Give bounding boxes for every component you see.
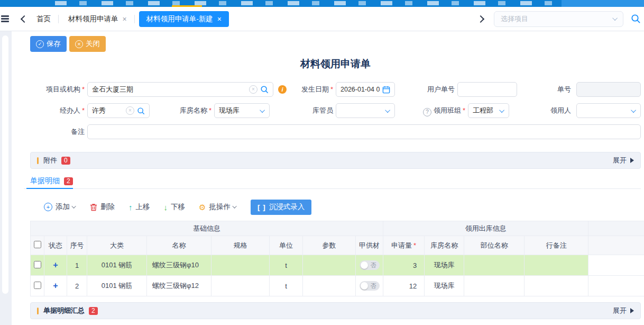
col-param: 参数 — [303, 236, 356, 255]
doc-no-input — [581, 86, 636, 94]
delete-row-button[interactable]: 删除 — [90, 202, 115, 212]
owner-supplied-toggle[interactable]: 否 — [360, 281, 380, 291]
keeper-label: 库管员 — [275, 103, 333, 118]
immersive-entry-button[interactable]: 沉浸式录入 — [251, 200, 311, 215]
recipient-select[interactable] — [576, 103, 641, 118]
calendar-icon[interactable] — [382, 86, 390, 94]
row-add-status-icon[interactable] — [53, 281, 58, 290]
team-select[interactable]: 工程部 — [468, 103, 509, 118]
row-category-cell: 0101 钢筋 — [87, 276, 147, 296]
move-down-button[interactable]: 下移 — [164, 202, 186, 212]
lookup-search-icon[interactable] — [137, 107, 145, 115]
menu-icon[interactable] — [1, 15, 9, 22]
column-header-row: 状态 序号 大类 名称 规格 单位 参数 甲供材 申请量* 库房名称 部位名称 … — [31, 236, 644, 255]
search-icon[interactable] — [631, 14, 641, 24]
project-select-input[interactable] — [500, 14, 614, 23]
handler-input[interactable] — [92, 107, 123, 115]
close-button[interactable]: 关闭 — [69, 36, 106, 52]
owner-supplied-toggle[interactable]: 否 — [360, 260, 380, 270]
scroll-tabs-left-icon[interactable] — [21, 15, 28, 22]
project-field[interactable] — [87, 82, 273, 97]
row-checkbox[interactable] — [34, 282, 41, 289]
handler-field[interactable] — [87, 103, 150, 118]
row-warehouse-cell: 现场库 — [425, 276, 464, 296]
remark-input[interactable] — [92, 128, 636, 136]
keeper-select[interactable] — [336, 103, 395, 118]
chevron-down-icon — [260, 107, 265, 113]
col-name: 名称 — [147, 236, 211, 255]
date-field[interactable] — [336, 82, 395, 97]
row-checkbox-cell — [31, 255, 44, 276]
collapsed-sidebar[interactable] — [0, 31, 12, 325]
row-qty-cell[interactable]: 3 — [383, 255, 425, 276]
move-up-button[interactable]: 上移 — [128, 202, 150, 212]
row-unit-cell: t — [270, 255, 303, 276]
row-param-cell — [303, 276, 356, 296]
top-navigation-bar — [0, 0, 644, 7]
save-button[interactable]: 保存 — [30, 36, 67, 52]
attachments-expand-button[interactable]: 展开 — [613, 156, 634, 165]
clear-icon[interactable] — [249, 85, 257, 94]
tab-home[interactable]: 首页 — [36, 14, 51, 24]
row-param-cell — [303, 255, 356, 276]
close-tab-icon[interactable] — [217, 15, 222, 23]
group-basic-info: 基础信息 — [31, 221, 383, 236]
date-input[interactable] — [341, 86, 380, 93]
attachments-count-badge: 0 — [61, 157, 70, 165]
summary-title: 单据明细汇总 — [43, 306, 85, 315]
row-seq-cell: 2 — [67, 276, 87, 296]
lookup-search-icon[interactable] — [260, 85, 269, 94]
warehouse-select[interactable]: 现场库 — [214, 103, 270, 118]
col-spec: 规格 — [211, 236, 270, 255]
scroll-tabs-right-icon[interactable] — [477, 15, 484, 22]
row-status-cell — [44, 255, 67, 276]
row-spec-cell — [211, 276, 270, 296]
summary-expand-button[interactable]: 展开 — [613, 306, 634, 315]
detail-toolbar: 添加 删除 上移 下移 批操作 沉浸式录入 — [44, 199, 311, 215]
detail-table: 基础信息 领用出库信息 状态 序号 大类 名称 规格 单位 参数 甲供材 申请量… — [30, 221, 644, 296]
row-qty-cell[interactable]: 12 — [383, 276, 425, 296]
row-remark-cell — [525, 255, 588, 276]
table-row[interactable]: 1 0101 钢筋 螺纹三级钢φ10 t 否 3 现场库 — [31, 255, 644, 276]
summary-count-badge: 2 — [89, 307, 98, 315]
expand-triangle-icon — [630, 308, 634, 313]
tab-divider — [58, 15, 59, 23]
batch-operations-button[interactable]: 批操作 — [199, 202, 237, 212]
attachments-section-bar: 附件 0 展开 — [30, 152, 641, 169]
topnav-highlight-segment — [562, 0, 644, 7]
row-empty-cell — [588, 255, 644, 276]
toggle-knob — [361, 282, 368, 290]
tab-bar: 首页 材料领用申请单 材料领用申请单-新建 — [0, 7, 644, 31]
select-all-checkbox[interactable] — [34, 241, 41, 248]
clear-icon[interactable] — [126, 106, 134, 115]
arrow-up-icon — [128, 203, 133, 212]
tab-label: 首页 — [36, 14, 51, 24]
help-icon[interactable] — [423, 108, 431, 116]
close-tab-icon[interactable] — [123, 15, 127, 23]
tab-label: 材料领用申请单 — [68, 14, 118, 24]
project-select[interactable] — [494, 11, 623, 27]
row-add-status-icon[interactable] — [53, 260, 58, 269]
sidebar-strip — [2, 35, 8, 294]
x-circle-icon — [75, 40, 83, 48]
project-input[interactable] — [92, 86, 246, 94]
add-row-button[interactable]: 添加 — [44, 202, 76, 212]
chevron-down-icon — [232, 204, 236, 208]
table-row[interactable]: 2 0101 钢筋 螺纹三级钢φ12 t 否 12 现场库 — [31, 276, 644, 296]
tab-material-requisition-new[interactable]: 材料领用申请单-新建 — [139, 11, 229, 27]
row-spec-cell — [211, 255, 270, 276]
summary-section-bar: 单据明细汇总 2 展开 — [30, 302, 641, 319]
fullscreen-brackets-icon — [257, 203, 266, 211]
remark-field[interactable] — [87, 124, 641, 139]
tab-material-requisition[interactable]: 材料领用申请单 — [68, 14, 127, 24]
user-no-input[interactable] — [462, 86, 512, 94]
col-empty — [588, 236, 644, 255]
row-checkbox[interactable] — [34, 261, 41, 268]
user-no-field[interactable] — [457, 82, 517, 97]
row-part-cell — [464, 276, 525, 296]
doc-no-field — [576, 82, 641, 97]
date-label: 发生日期* — [275, 82, 333, 97]
tab-detail-lines[interactable]: 单据明细 2 — [30, 176, 73, 186]
col-qty: 申请量* — [383, 236, 425, 255]
col-owner-supplied: 甲供材 — [356, 236, 383, 255]
